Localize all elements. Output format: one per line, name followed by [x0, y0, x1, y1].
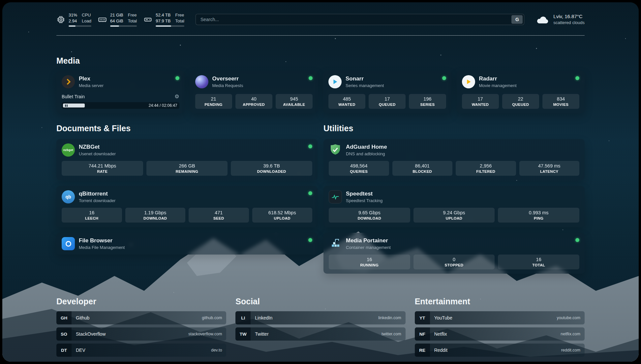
- stat-approved: 40 APPROVED: [235, 94, 272, 109]
- media-grid: Plex Media server Bullet Train ⚙ 24:44 /: [56, 71, 585, 113]
- stat-value: 196: [410, 96, 444, 102]
- bookmark-name: Github: [76, 315, 89, 320]
- bookmark-name: Twitter: [255, 331, 268, 337]
- stat-label: AVAILABLE: [277, 103, 311, 106]
- stat-value: 0.993 ms: [499, 210, 578, 215]
- disk-free: 52.4 TB: [156, 12, 170, 18]
- filebrowser-icon: [62, 237, 75, 250]
- stat-ping: 0.993 ms PING: [498, 208, 579, 223]
- dashboard-window: 31% 2.94 CPU Load: [2, 2, 639, 362]
- stat-upload: 9.24 Gbps UPLOAD: [413, 208, 495, 223]
- stat-label: STOPPED: [415, 263, 494, 267]
- stat-label: SERIES: [410, 103, 444, 106]
- status-online-dot: [308, 144, 312, 148]
- app-desc: Torrent downloader: [79, 198, 115, 203]
- stat-label: SEED: [190, 216, 248, 220]
- stat-queries: 498,564 QUERIES: [329, 161, 389, 176]
- app-name: Radarr: [479, 76, 517, 82]
- stats-row: 16 LEECH 1.19 Gbps DOWNLOAD 471 SEED 6: [62, 208, 312, 223]
- stat-label: DOWNLOAD: [127, 216, 184, 220]
- bookmark-netflix[interactable]: NF Netflix netflix.com: [415, 327, 585, 341]
- stat-value: 17: [463, 96, 498, 102]
- card-sonarr[interactable]: Sonarr Series management 485 WANTED 17 Q…: [323, 71, 451, 113]
- bookmark-twitter[interactable]: TW Twitter twitter.com: [235, 327, 405, 341]
- card-plex[interactable]: Plex Media server Bullet Train ⚙ 24:44 /: [56, 71, 185, 113]
- stat-value: 498,564: [330, 163, 388, 168]
- card-adguard[interactable]: AdGuard Home DNS and adblocking 498,564 …: [323, 139, 585, 180]
- card-filebrowser[interactable]: File Browser Media File Management: [56, 233, 318, 255]
- stat-value: 744.21 Mbps: [63, 163, 142, 168]
- stat-value: 47.569 ms: [521, 163, 578, 168]
- disk-label-top: Free: [175, 12, 184, 18]
- weather-location-temp: Lviv, 16.87°C: [553, 13, 585, 20]
- bookmark-name: DEV: [76, 348, 85, 353]
- bookmark-stackoverflow[interactable]: SO StackOverflow stackoverflow.com: [56, 327, 226, 341]
- stats-row: 485 WANTED 17 QUEUED 196 SERIES: [328, 94, 446, 109]
- card-radarr[interactable]: Radarr Movie management 17 WANTED 22 QUE…: [457, 71, 585, 113]
- stat-queued: 22 QUEUED: [502, 94, 539, 109]
- status-online-dot: [309, 76, 313, 80]
- stat-label: MOVIES: [544, 103, 578, 106]
- bookmark-badge: RE: [415, 344, 430, 357]
- bookmark-badge: SO: [56, 327, 72, 341]
- app-desc: Media server: [79, 83, 104, 88]
- search-input[interactable]: [196, 14, 524, 25]
- status-online-dot: [442, 76, 446, 80]
- stat-download: 9.65 Gbps DOWNLOAD: [329, 208, 410, 223]
- bookmark-youtube[interactable]: YT YouTube youtube.com: [415, 311, 585, 324]
- stat-value: 471: [190, 210, 248, 215]
- stat-value: 9.24 Gbps: [415, 210, 494, 215]
- app-name: AdGuard Home: [346, 144, 387, 150]
- header-divider: [56, 35, 585, 36]
- bookmark-url: reddit.com: [561, 348, 580, 352]
- app-name: qBittorrent: [79, 191, 115, 197]
- stat-running: 16 RUNNING: [329, 255, 410, 269]
- portainer-icon: [329, 237, 342, 250]
- status-online-dot: [575, 76, 579, 80]
- bookmark-badge: GH: [56, 311, 72, 324]
- bookmark-name: Reddit: [434, 348, 447, 353]
- stat-download: 1.19 Gbps DOWNLOAD: [125, 208, 186, 223]
- bookmark-url: stackoverflow.com: [188, 332, 222, 336]
- stat-remaining: 266 GB REMAINING: [146, 161, 228, 176]
- search-engine-button[interactable]: G: [511, 15, 523, 24]
- bookmark-github[interactable]: GH Github github.com: [56, 311, 226, 324]
- stat-value: 266 GB: [148, 163, 227, 168]
- stat-label: QUEUED: [370, 103, 404, 106]
- pause-icon[interactable]: [65, 105, 68, 107]
- developer-column: Developer GH Github github.com SO StackO…: [56, 297, 226, 357]
- search-bar: G: [196, 14, 524, 25]
- bookmark-name: LinkedIn: [255, 315, 272, 320]
- ram-total: 64 GiB: [110, 18, 123, 24]
- stat-label: DOWNLOAD: [330, 216, 409, 220]
- nzbget-icon-text: nzbget: [63, 148, 73, 152]
- stat-filtered: 2,956 FILTERED: [456, 161, 516, 176]
- bookmark-reddit[interactable]: RE Reddit reddit.com: [415, 344, 585, 357]
- playback-progress-bar[interactable]: 24:44 / 02:06:47: [62, 102, 179, 109]
- stat-label: TOTAL: [499, 263, 578, 267]
- card-nzbget[interactable]: nzbget NZBGet Usenet downloader 744.21 M…: [56, 139, 318, 180]
- card-portainer[interactable]: Media Portainer Container management 16 …: [323, 233, 585, 274]
- section-title-entertainment: Entertainment: [415, 297, 585, 306]
- stats-row: 9.65 Gbps DOWNLOAD 9.24 Gbps UPLOAD 0.99…: [329, 208, 579, 223]
- card-overseerr[interactable]: Overseerr Media Requests 21 PENDING 40 A…: [190, 71, 318, 113]
- stat-available: 945 AVAILABLE: [276, 94, 313, 109]
- section-title-utilities: Utilities: [323, 124, 585, 133]
- stats-row: 21 PENDING 40 APPROVED 945 AVAILABLE: [195, 94, 313, 109]
- speedtest-icon: [329, 190, 342, 203]
- bookmark-dev[interactable]: DT DEV dev.to: [56, 344, 226, 357]
- playback-progress-fill: [63, 104, 85, 107]
- app-desc: Series management: [346, 83, 384, 88]
- bookmark-url: dev.to: [211, 348, 222, 352]
- overseerr-icon: [195, 75, 208, 88]
- stat-value: 40: [237, 96, 271, 102]
- stat-value: 945: [277, 96, 311, 102]
- card-speedtest[interactable]: Speedtest Speedtest Tracking 9.65 Gbps D…: [323, 186, 585, 227]
- stat-value: 0: [415, 257, 494, 262]
- adguard-shield-icon: [329, 143, 342, 157]
- disk-label-bottom: Total: [175, 18, 184, 24]
- card-qbittorrent[interactable]: qb qBittorrent Torrent downloader 16 LEE…: [56, 186, 318, 227]
- bookmark-linkedin[interactable]: LI LinkedIn linkedin.com: [235, 311, 405, 324]
- documents-column: Documents & Files nzbget NZBGet Usenet d…: [56, 124, 318, 274]
- settings-gear-icon[interactable]: ⚙: [174, 93, 179, 100]
